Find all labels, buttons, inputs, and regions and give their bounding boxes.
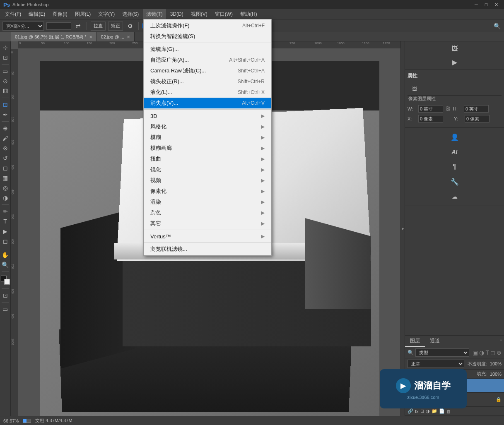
screen-mode-btn[interactable]: ▭ — [1, 305, 10, 314]
menu-last-filter[interactable]: 上次滤镜操作(F) Alt+Ctrl+F — [144, 20, 271, 31]
blur-tool[interactable]: ◎ — [1, 183, 10, 192]
person-icon-btn[interactable]: 👤 — [449, 131, 461, 143]
tools-icon[interactable]: 🔧 — [449, 176, 461, 187]
menu-edit[interactable]: 编辑(E) — [25, 9, 48, 19]
background-swatch[interactable] — [4, 279, 10, 285]
new-adj-btn[interactable]: ◑ — [426, 408, 430, 414]
eraser-tool[interactable]: ◻ — [1, 163, 10, 173]
panel-image-icon[interactable]: 🖼 — [410, 84, 419, 94]
filter-type-icon[interactable]: T — [485, 349, 489, 356]
menu-help[interactable]: 帮助(H) — [237, 9, 260, 19]
delete-layer-btn[interactable]: 🗑 — [446, 409, 451, 414]
add-style-btn[interactable]: fx — [415, 409, 419, 414]
menu-adaptive-wide[interactable]: 自适应广角(A)... Alt+Shift+Ctrl+A — [144, 55, 271, 65]
move-tool[interactable]: ⊹ — [1, 43, 10, 52]
settings-icon[interactable]: ⚙ — [125, 22, 135, 31]
spot-heal-tool[interactable]: ⊕ — [1, 124, 10, 133]
swap-icon[interactable]: ⇄ — [74, 22, 83, 31]
menu-camera-raw[interactable]: Camera Raw 滤镜(C)... Shift+Ctrl+A — [144, 65, 271, 76]
text-tool[interactable]: T — [1, 217, 10, 226]
history-brush-tool[interactable]: ↺ — [1, 154, 10, 163]
shape-tool[interactable]: ◻ — [1, 237, 10, 246]
gradient-tool[interactable]: ▦ — [1, 173, 10, 182]
tab-01jpg[interactable]: 01.jpg @ 66.7% (图层 1, RGB/8#) * ✕ — [11, 32, 97, 41]
menu-blur[interactable]: 模糊 ▶ — [144, 132, 271, 143]
paragraph-icon[interactable]: ¶ — [449, 161, 461, 173]
menu-view[interactable]: 视图(V) — [188, 9, 211, 19]
panel-icon-play[interactable]: ▶ — [449, 56, 461, 68]
size-input[interactable] — [46, 22, 71, 30]
link-icon[interactable]: ⛓ — [446, 106, 451, 112]
color-swatches[interactable] — [1, 276, 10, 285]
layer-type-select[interactable]: 类型 — [415, 348, 469, 357]
artboard-tool[interactable]: ⊡ — [1, 53, 10, 62]
layers-menu-btn[interactable]: ≡ — [498, 336, 504, 347]
clone-tool[interactable]: ⊗ — [1, 144, 10, 153]
tool-size-select[interactable]: 宽×高×分... — [2, 22, 44, 31]
menu-filter-gallery[interactable]: 滤镜库(G)... — [144, 44, 271, 55]
menu-sharpen[interactable]: 锐化 ▶ — [144, 164, 271, 175]
menu-browse-online[interactable]: 浏览联机滤镜... — [144, 244, 271, 255]
menu-blur-gallery[interactable]: 模糊画廊 ▶ — [144, 143, 271, 154]
correct-button[interactable]: 矫正 — [108, 22, 123, 31]
maximize-button[interactable]: □ — [482, 0, 491, 9]
hand-tool[interactable]: ✋ — [1, 250, 10, 259]
ai-text-icon[interactable]: AI — [449, 146, 461, 158]
tab-layers[interactable]: 图层 — [405, 336, 425, 347]
quick-select-tool[interactable]: ⚅ — [1, 86, 10, 96]
menu-image[interactable]: 图像(I) — [49, 9, 70, 19]
menu-select[interactable]: 选择(S) — [119, 9, 142, 19]
eyedropper-tool[interactable]: ✒ — [1, 110, 10, 119]
menu-stylize[interactable]: 风格化 ▶ — [144, 121, 271, 132]
menu-type[interactable]: 文字(Y) — [95, 9, 118, 19]
filter-shape-icon[interactable]: ◻ — [490, 349, 495, 356]
menu-noise[interactable]: 杂色 ▶ — [144, 207, 271, 218]
close-button[interactable]: ✕ — [492, 0, 501, 9]
y-input[interactable] — [465, 115, 490, 122]
menu-vanishing-point[interactable]: 消失点(V)... Alt+Ctrl+V — [144, 98, 271, 108]
x-input[interactable] — [418, 115, 443, 122]
menu-3d[interactable]: 3D(D) — [167, 9, 187, 19]
menu-render[interactable]: 渲染 ▶ — [144, 197, 271, 207]
tab-close-2[interactable]: ✕ — [127, 35, 130, 39]
menu-3d[interactable]: 3D ▶ — [144, 110, 271, 121]
filter-pixel-icon[interactable]: ▣ — [473, 349, 478, 356]
dodge-tool[interactable]: ◑ — [1, 193, 10, 202]
straighten-button[interactable]: 拉直 — [91, 22, 106, 31]
menu-distort[interactable]: 扭曲 ▶ — [144, 154, 271, 164]
minimize-button[interactable]: ─ — [472, 0, 481, 9]
new-group-btn[interactable]: 📁 — [432, 408, 437, 414]
menu-filter[interactable]: 滤镜(T) — [143, 9, 166, 19]
menu-liquify[interactable]: 液化(L)... Shift+Ctrl+X — [144, 87, 271, 98]
menu-smart-filter[interactable]: 转换为智能滤镜(S) — [144, 31, 271, 42]
menu-window[interactable]: 窗口(W) — [212, 9, 236, 19]
filter-smart-icon[interactable]: ⊕ — [497, 349, 502, 356]
blend-mode-select[interactable]: 正常 — [408, 360, 464, 368]
zoom-tool[interactable]: 🔍 — [1, 260, 10, 269]
lasso-tool[interactable]: ⊙ — [1, 77, 10, 86]
marquee-tool[interactable]: ▭ — [1, 67, 10, 76]
new-layer-btn[interactable]: 📄 — [439, 408, 445, 414]
menu-lens-correct[interactable]: 镜头校正(R)... Shift+Ctrl+R — [144, 76, 271, 87]
tab-close-1[interactable]: ✕ — [89, 35, 92, 39]
crop-tool[interactable]: ⊡ — [1, 100, 10, 109]
creative-cloud-icon[interactable]: ☁ — [449, 191, 461, 202]
w-input[interactable] — [418, 105, 443, 113]
tab-02jpg[interactable]: 02.jpg @ ... ✕ — [97, 32, 135, 41]
add-mask-btn[interactable]: ⊡ — [420, 408, 424, 414]
h-input[interactable] — [464, 105, 489, 113]
zoom-slider[interactable] — [23, 419, 31, 423]
link-layers-btn[interactable]: 🔗 — [408, 408, 413, 414]
menu-video[interactable]: 视频 ▶ — [144, 175, 271, 186]
menu-pixelate[interactable]: 像素化 ▶ — [144, 186, 271, 197]
right-collapse-bar[interactable]: ▶ — [400, 41, 405, 416]
pen-tool[interactable]: ✏ — [1, 207, 10, 216]
brush-tool[interactable]: 🖌 — [1, 134, 10, 143]
quick-mask-btn[interactable]: ⊡ — [1, 291, 10, 300]
path-select-tool[interactable]: ▶ — [1, 227, 10, 236]
search-icon[interactable]: 🔍 — [492, 22, 502, 31]
panel-icon-image[interactable]: 🖼 — [449, 43, 461, 55]
filter-adjustment-icon[interactable]: ◑ — [479, 349, 484, 356]
menu-other[interactable]: 其它 ▶ — [144, 218, 271, 229]
menu-vertus[interactable]: Vertus™ ▶ — [144, 231, 271, 242]
